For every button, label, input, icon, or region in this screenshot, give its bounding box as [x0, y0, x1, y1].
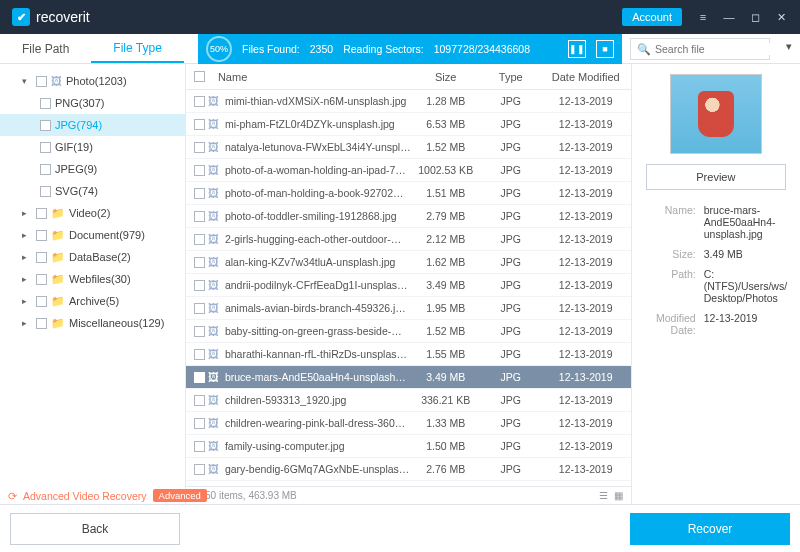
tree-item[interactable]: JPEG(9) [0, 158, 185, 180]
tree-checkbox[interactable] [40, 142, 51, 153]
row-checkbox[interactable] [194, 188, 205, 199]
col-date[interactable]: Date Modified [541, 71, 631, 83]
file-date: 12-13-2019 [541, 256, 631, 268]
col-name[interactable]: Name [214, 71, 411, 83]
back-button[interactable]: Back [10, 513, 180, 545]
tree-item[interactable]: JPG(794) [0, 114, 185, 136]
menu-icon[interactable]: ≡ [690, 4, 716, 30]
row-checkbox[interactable] [194, 119, 205, 130]
advanced-video-recovery[interactable]: ⟳ Advanced Video Recovery Advanced [8, 489, 207, 502]
row-checkbox[interactable] [194, 303, 205, 314]
tree-item[interactable]: PNG(307) [0, 92, 185, 114]
tree-checkbox[interactable] [36, 296, 47, 307]
row-checkbox[interactable] [194, 280, 205, 291]
footer: Back Recover [0, 504, 800, 552]
file-row[interactable]: 🖼gary-bendig-6GMq7AGxNbE-unsplas…2.76 MB… [186, 458, 631, 481]
file-row[interactable]: 🖼photo-of-a-woman-holding-an-ipad-7…1002… [186, 159, 631, 182]
tree-checkbox[interactable] [36, 318, 47, 329]
col-size[interactable]: Size [411, 71, 481, 83]
search-box[interactable]: 🔍 [630, 38, 770, 60]
row-checkbox[interactable] [194, 234, 205, 245]
tab-file-type[interactable]: File Type [91, 34, 183, 63]
file-row[interactable]: 🖼alan-king-KZv7w34tluA-unsplash.jpg1.62 … [186, 251, 631, 274]
row-checkbox[interactable] [194, 142, 205, 153]
file-row[interactable]: 🖼andrii-podilnyk-CFrfEeaDg1I-unsplas…3.4… [186, 274, 631, 297]
file-row[interactable]: 🖼mimi-thian-vdXMSiX-n6M-unsplash.jpg1.28… [186, 90, 631, 113]
file-row[interactable]: 🖼mi-pham-FtZL0r4DZYk-unsplash.jpg6.53 MB… [186, 113, 631, 136]
tree-checkbox[interactable] [40, 186, 51, 197]
tree-item[interactable]: ▾🖼Photo(1203) [0, 70, 185, 92]
row-checkbox[interactable] [194, 418, 205, 429]
tree-checkbox[interactable] [40, 120, 51, 131]
file-name: alan-king-KZv7w34tluA-unsplash.jpg [225, 256, 411, 268]
file-row[interactable]: 🖼animals-avian-birds-branch-459326.j…1.9… [186, 297, 631, 320]
tree-label: SVG(74) [55, 185, 98, 197]
file-date: 12-13-2019 [541, 463, 631, 475]
file-row[interactable]: 🖼children-wearing-pink-ball-dress-360…1.… [186, 412, 631, 435]
row-checkbox[interactable] [194, 211, 205, 222]
file-row[interactable]: 🖼photo-of-toddler-smiling-1912868.jpg2.7… [186, 205, 631, 228]
file-type: JPG [481, 325, 541, 337]
file-type: JPG [481, 95, 541, 107]
file-row[interactable]: 🖼bharathi-kannan-rfL-thiRzDs-unsplas…1.5… [186, 343, 631, 366]
select-all-checkbox[interactable] [194, 71, 205, 82]
summary-text: 2350 items, 463.93 MB [194, 490, 297, 501]
row-checkbox[interactable] [194, 441, 205, 452]
tree-item[interactable]: ▸📁Video(2) [0, 202, 185, 224]
file-icon: 🖼 [207, 233, 221, 245]
meta-path-label: Path: [642, 268, 704, 304]
file-size: 1.28 MB [411, 95, 481, 107]
tree-checkbox[interactable] [40, 98, 51, 109]
view-list-icon[interactable]: ☰ [599, 490, 608, 501]
pause-scan-icon[interactable]: ❚❚ [568, 40, 586, 58]
file-size: 1.95 MB [411, 302, 481, 314]
col-type[interactable]: Type [481, 71, 541, 83]
preview-button[interactable]: Preview [646, 164, 786, 190]
tree-item[interactable]: ▸📁Miscellaneous(129) [0, 312, 185, 334]
tree-checkbox[interactable] [36, 252, 47, 263]
tree-item[interactable]: SVG(74) [0, 180, 185, 202]
tree-item[interactable]: GIF(19) [0, 136, 185, 158]
tree-checkbox[interactable] [36, 208, 47, 219]
file-date: 12-13-2019 [541, 187, 631, 199]
file-row[interactable]: 🖼family-using-computer.jpg1.50 MBJPG12-1… [186, 435, 631, 458]
search-input[interactable] [655, 43, 786, 55]
tree-checkbox[interactable] [36, 76, 47, 87]
list-summary: 2350 items, 463.93 MB ☰ ▦ [186, 486, 631, 504]
file-row[interactable]: 🖼photo-of-man-holding-a-book-92702…1.51 … [186, 182, 631, 205]
tree-checkbox[interactable] [40, 164, 51, 175]
filter-icon[interactable]: ▾ [786, 40, 792, 53]
row-checkbox[interactable] [194, 165, 205, 176]
close-icon[interactable]: ✕ [768, 4, 794, 30]
tree-item[interactable]: ▸📁DataBase(2) [0, 246, 185, 268]
account-button[interactable]: Account [622, 8, 682, 26]
row-checkbox[interactable] [194, 326, 205, 337]
view-grid-icon[interactable]: ▦ [614, 490, 623, 501]
file-row[interactable]: 🖼natalya-letunova-FWxEbL34i4Y-unspl…1.52… [186, 136, 631, 159]
row-checkbox[interactable] [194, 349, 205, 360]
row-checkbox[interactable] [194, 96, 205, 107]
folder-icon: 🖼 [51, 75, 62, 87]
recover-button[interactable]: Recover [630, 513, 790, 545]
file-row[interactable]: 🖼bruce-mars-AndE50aaHn4-unsplash…3.49 MB… [186, 366, 631, 389]
file-row[interactable]: 🖼children-593313_1920.jpg336.21 KBJPG12-… [186, 389, 631, 412]
tree-label: JPEG(9) [55, 163, 97, 175]
minimize-icon[interactable]: — [716, 4, 742, 30]
row-checkbox[interactable] [194, 464, 205, 475]
tab-file-path[interactable]: File Path [0, 34, 91, 63]
tree-checkbox[interactable] [36, 230, 47, 241]
row-checkbox[interactable] [194, 257, 205, 268]
file-row[interactable]: 🖼2-girls-hugging-each-other-outdoor-…2.1… [186, 228, 631, 251]
tree-item[interactable]: ▸📁Document(979) [0, 224, 185, 246]
stop-scan-icon[interactable]: ■ [596, 40, 614, 58]
row-checkbox[interactable] [194, 372, 205, 383]
file-icon: 🖼 [207, 141, 221, 153]
file-type: JPG [481, 187, 541, 199]
tree-item[interactable]: ▸📁Webfiles(30) [0, 268, 185, 290]
file-size: 2.76 MB [411, 463, 481, 475]
file-row[interactable]: 🖼baby-sitting-on-green-grass-beside-…1.5… [186, 320, 631, 343]
maximize-icon[interactable]: ◻ [742, 4, 768, 30]
row-checkbox[interactable] [194, 395, 205, 406]
tree-item[interactable]: ▸📁Archive(5) [0, 290, 185, 312]
tree-checkbox[interactable] [36, 274, 47, 285]
